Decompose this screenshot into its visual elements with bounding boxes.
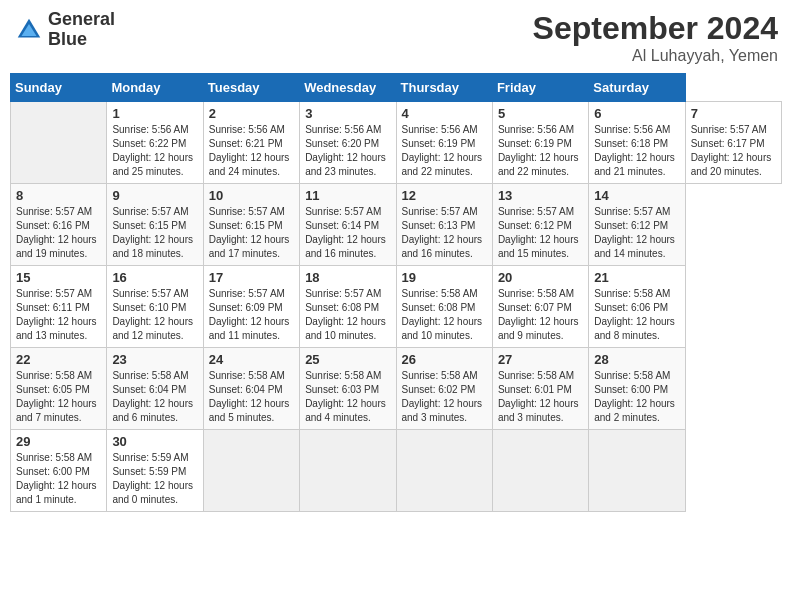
- day-number: 3: [305, 106, 390, 121]
- week-row-4: 22Sunrise: 5:58 AMSunset: 6:05 PMDayligh…: [11, 348, 782, 430]
- day-number: 12: [402, 188, 487, 203]
- day-cell: [492, 430, 588, 512]
- day-info: Sunrise: 5:58 AMSunset: 6:00 PMDaylight:…: [594, 369, 679, 425]
- day-cell: [203, 430, 299, 512]
- day-info: Sunrise: 5:58 AMSunset: 6:05 PMDaylight:…: [16, 369, 101, 425]
- day-info: Sunrise: 5:58 AMSunset: 6:08 PMDaylight:…: [402, 287, 487, 343]
- day-cell: 7Sunrise: 5:57 AMSunset: 6:17 PMDaylight…: [685, 102, 781, 184]
- day-number: 7: [691, 106, 776, 121]
- month-title: September 2024: [533, 10, 778, 47]
- logo-icon: [14, 15, 44, 45]
- calendar-table: SundayMondayTuesdayWednesdayThursdayFrid…: [10, 73, 782, 512]
- day-info: Sunrise: 5:57 AMSunset: 6:12 PMDaylight:…: [594, 205, 679, 261]
- day-info: Sunrise: 5:56 AMSunset: 6:19 PMDaylight:…: [498, 123, 583, 179]
- day-cell: 26Sunrise: 5:58 AMSunset: 6:02 PMDayligh…: [396, 348, 492, 430]
- day-info: Sunrise: 5:58 AMSunset: 6:04 PMDaylight:…: [209, 369, 294, 425]
- day-info: Sunrise: 5:56 AMSunset: 6:21 PMDaylight:…: [209, 123, 294, 179]
- day-cell: 13Sunrise: 5:57 AMSunset: 6:12 PMDayligh…: [492, 184, 588, 266]
- day-number: 27: [498, 352, 583, 367]
- day-cell: 27Sunrise: 5:58 AMSunset: 6:01 PMDayligh…: [492, 348, 588, 430]
- location: Al Luhayyah, Yemen: [533, 47, 778, 65]
- day-cell: 1Sunrise: 5:56 AMSunset: 6:22 PMDaylight…: [107, 102, 203, 184]
- day-number: 4: [402, 106, 487, 121]
- day-cell: [300, 430, 396, 512]
- day-cell: 8Sunrise: 5:57 AMSunset: 6:16 PMDaylight…: [11, 184, 107, 266]
- day-number: 20: [498, 270, 583, 285]
- day-cell: 23Sunrise: 5:58 AMSunset: 6:04 PMDayligh…: [107, 348, 203, 430]
- day-info: Sunrise: 5:58 AMSunset: 6:07 PMDaylight:…: [498, 287, 583, 343]
- day-number: 17: [209, 270, 294, 285]
- day-info: Sunrise: 5:56 AMSunset: 6:20 PMDaylight:…: [305, 123, 390, 179]
- day-number: 16: [112, 270, 197, 285]
- day-number: 22: [16, 352, 101, 367]
- day-number: 24: [209, 352, 294, 367]
- day-info: Sunrise: 5:56 AMSunset: 6:18 PMDaylight:…: [594, 123, 679, 179]
- day-info: Sunrise: 5:57 AMSunset: 6:13 PMDaylight:…: [402, 205, 487, 261]
- day-number: 13: [498, 188, 583, 203]
- day-info: Sunrise: 5:58 AMSunset: 6:00 PMDaylight:…: [16, 451, 101, 507]
- day-cell: 29Sunrise: 5:58 AMSunset: 6:00 PMDayligh…: [11, 430, 107, 512]
- day-cell: [11, 102, 107, 184]
- day-cell: 28Sunrise: 5:58 AMSunset: 6:00 PMDayligh…: [589, 348, 685, 430]
- day-cell: 11Sunrise: 5:57 AMSunset: 6:14 PMDayligh…: [300, 184, 396, 266]
- day-number: 18: [305, 270, 390, 285]
- day-number: 19: [402, 270, 487, 285]
- day-cell: 9Sunrise: 5:57 AMSunset: 6:15 PMDaylight…: [107, 184, 203, 266]
- day-header-tuesday: Tuesday: [203, 74, 299, 102]
- day-cell: 12Sunrise: 5:57 AMSunset: 6:13 PMDayligh…: [396, 184, 492, 266]
- day-info: Sunrise: 5:58 AMSunset: 6:01 PMDaylight:…: [498, 369, 583, 425]
- day-cell: 3Sunrise: 5:56 AMSunset: 6:20 PMDaylight…: [300, 102, 396, 184]
- day-cell: 16Sunrise: 5:57 AMSunset: 6:10 PMDayligh…: [107, 266, 203, 348]
- day-info: Sunrise: 5:57 AMSunset: 6:08 PMDaylight:…: [305, 287, 390, 343]
- day-header-monday: Monday: [107, 74, 203, 102]
- day-number: 30: [112, 434, 197, 449]
- day-number: 21: [594, 270, 679, 285]
- logo: General Blue: [14, 10, 115, 50]
- day-number: 1: [112, 106, 197, 121]
- day-cell: 10Sunrise: 5:57 AMSunset: 6:15 PMDayligh…: [203, 184, 299, 266]
- page-header: General Blue September 2024 Al Luhayyah,…: [10, 10, 782, 65]
- day-info: Sunrise: 5:57 AMSunset: 6:11 PMDaylight:…: [16, 287, 101, 343]
- day-number: 28: [594, 352, 679, 367]
- day-cell: 2Sunrise: 5:56 AMSunset: 6:21 PMDaylight…: [203, 102, 299, 184]
- day-number: 11: [305, 188, 390, 203]
- logo-text: General Blue: [48, 10, 115, 50]
- day-cell: 20Sunrise: 5:58 AMSunset: 6:07 PMDayligh…: [492, 266, 588, 348]
- day-number: 14: [594, 188, 679, 203]
- day-number: 15: [16, 270, 101, 285]
- day-number: 8: [16, 188, 101, 203]
- day-header-thursday: Thursday: [396, 74, 492, 102]
- day-cell: 18Sunrise: 5:57 AMSunset: 6:08 PMDayligh…: [300, 266, 396, 348]
- day-info: Sunrise: 5:57 AMSunset: 6:09 PMDaylight:…: [209, 287, 294, 343]
- week-row-2: 8Sunrise: 5:57 AMSunset: 6:16 PMDaylight…: [11, 184, 782, 266]
- day-info: Sunrise: 5:56 AMSunset: 6:19 PMDaylight:…: [402, 123, 487, 179]
- day-number: 23: [112, 352, 197, 367]
- day-info: Sunrise: 5:58 AMSunset: 6:06 PMDaylight:…: [594, 287, 679, 343]
- day-cell: 5Sunrise: 5:56 AMSunset: 6:19 PMDaylight…: [492, 102, 588, 184]
- week-row-5: 29Sunrise: 5:58 AMSunset: 6:00 PMDayligh…: [11, 430, 782, 512]
- day-cell: [396, 430, 492, 512]
- day-cell: 21Sunrise: 5:58 AMSunset: 6:06 PMDayligh…: [589, 266, 685, 348]
- day-number: 2: [209, 106, 294, 121]
- day-number: 6: [594, 106, 679, 121]
- day-header-sunday: Sunday: [11, 74, 107, 102]
- day-info: Sunrise: 5:56 AMSunset: 6:22 PMDaylight:…: [112, 123, 197, 179]
- title-block: September 2024 Al Luhayyah, Yemen: [533, 10, 778, 65]
- day-cell: 19Sunrise: 5:58 AMSunset: 6:08 PMDayligh…: [396, 266, 492, 348]
- day-info: Sunrise: 5:58 AMSunset: 6:04 PMDaylight:…: [112, 369, 197, 425]
- day-number: 26: [402, 352, 487, 367]
- day-header-wednesday: Wednesday: [300, 74, 396, 102]
- day-header-friday: Friday: [492, 74, 588, 102]
- day-number: 9: [112, 188, 197, 203]
- day-cell: [589, 430, 685, 512]
- day-number: 29: [16, 434, 101, 449]
- day-cell: 6Sunrise: 5:56 AMSunset: 6:18 PMDaylight…: [589, 102, 685, 184]
- day-cell: 30Sunrise: 5:59 AMSunset: 5:59 PMDayligh…: [107, 430, 203, 512]
- day-cell: 4Sunrise: 5:56 AMSunset: 6:19 PMDaylight…: [396, 102, 492, 184]
- day-info: Sunrise: 5:57 AMSunset: 6:17 PMDaylight:…: [691, 123, 776, 179]
- day-number: 5: [498, 106, 583, 121]
- week-row-3: 15Sunrise: 5:57 AMSunset: 6:11 PMDayligh…: [11, 266, 782, 348]
- day-cell: 22Sunrise: 5:58 AMSunset: 6:05 PMDayligh…: [11, 348, 107, 430]
- day-info: Sunrise: 5:57 AMSunset: 6:12 PMDaylight:…: [498, 205, 583, 261]
- header-row: SundayMondayTuesdayWednesdayThursdayFrid…: [11, 74, 782, 102]
